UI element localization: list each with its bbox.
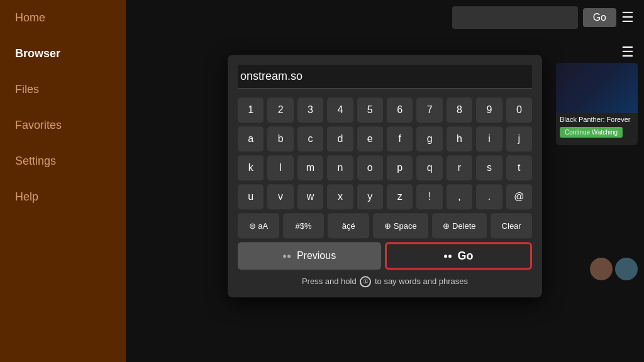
clear-button[interactable]: Clear xyxy=(491,213,532,238)
row-u-at: u v w x y z ! , . @ xyxy=(238,184,532,209)
previous-button[interactable]: Previous xyxy=(238,242,381,270)
sidebar-item-settings[interactable]: Settings xyxy=(0,143,126,179)
movie-card: Black Panther: Forever Continue Watching xyxy=(556,63,638,145)
key-comma[interactable]: , xyxy=(447,184,472,209)
special-row: ⊜ aA #$% äçé ⊕ Space ⊕ Delete Clear xyxy=(238,213,532,238)
key-delete[interactable]: ⊕ Delete xyxy=(432,213,487,238)
previous-icon xyxy=(283,255,291,258)
key-c[interactable]: c xyxy=(297,126,323,151)
key-p[interactable]: p xyxy=(387,155,413,180)
avatar-row xyxy=(590,258,638,280)
key-accents[interactable]: äçé xyxy=(328,213,369,238)
continue-watching-button[interactable]: Continue Watching xyxy=(560,127,623,138)
key-6[interactable]: 6 xyxy=(387,97,413,123)
number-row: 1 2 3 4 5 6 7 8 9 0 xyxy=(238,97,532,123)
key-8[interactable]: 8 xyxy=(447,97,472,123)
sidebar-item-favorites[interactable]: Favorites xyxy=(0,107,126,143)
key-n[interactable]: n xyxy=(327,155,353,180)
key-3[interactable]: 3 xyxy=(297,97,323,123)
key-symbols[interactable]: #$% xyxy=(283,213,325,238)
key-o[interactable]: o xyxy=(357,155,383,180)
top-bar: Go ☰ xyxy=(126,0,644,35)
avatar-1 xyxy=(590,258,613,280)
key-5[interactable]: 5 xyxy=(357,97,383,123)
go-icon xyxy=(444,255,452,258)
sidebar-item-help[interactable]: Help xyxy=(0,179,126,215)
key-i[interactable]: i xyxy=(476,126,502,151)
key-d[interactable]: d xyxy=(327,126,353,151)
key-h[interactable]: h xyxy=(447,126,472,151)
movie-title: Black Panther: Forever xyxy=(556,113,638,124)
key-space[interactable]: ⊕ Space xyxy=(373,213,428,238)
key-f[interactable]: f xyxy=(387,126,413,151)
search-bar xyxy=(452,6,578,29)
key-b[interactable]: b xyxy=(267,126,293,151)
key-l[interactable]: l xyxy=(267,155,293,180)
keyboard-overlay: 1 2 3 4 5 6 7 8 9 0 a b c d e f g h xyxy=(228,55,542,297)
keyboard-hint: Press and hold ① to say words and phrase… xyxy=(238,276,532,287)
key-m[interactable]: m xyxy=(297,155,323,180)
key-at[interactable]: @ xyxy=(506,184,532,209)
key-e[interactable]: e xyxy=(357,126,383,151)
key-u[interactable]: u xyxy=(238,184,264,209)
key-r[interactable]: r xyxy=(447,155,472,180)
topbar-go-button[interactable]: Go xyxy=(583,8,616,27)
movie-thumbnail xyxy=(556,63,638,113)
key-rows: 1 2 3 4 5 6 7 8 9 0 a b c d e f g h xyxy=(238,97,532,238)
key-w[interactable]: w xyxy=(297,184,323,209)
key-x[interactable]: x xyxy=(327,184,353,209)
row-k-t: k l m n o p q r s t xyxy=(238,155,532,180)
avatar-2 xyxy=(615,258,638,280)
menu-icon[interactable]: ☰ xyxy=(621,9,634,26)
url-input[interactable] xyxy=(238,65,532,89)
go-button[interactable]: Go xyxy=(385,242,532,270)
key-z[interactable]: z xyxy=(387,184,413,209)
row-a-j: a b c d e f g h i j xyxy=(238,126,532,151)
key-q[interactable]: q xyxy=(416,155,442,180)
key-2[interactable]: 2 xyxy=(267,97,293,123)
sidebar-item-browser[interactable]: Browser xyxy=(0,36,126,72)
key-period[interactable]: . xyxy=(476,184,502,209)
key-0[interactable]: 0 xyxy=(506,97,532,123)
sidebar: Home Browser Files Favorites Settings He… xyxy=(0,0,126,362)
bottom-action-row: Previous Go xyxy=(238,242,532,270)
key-g[interactable]: g xyxy=(416,126,442,151)
key-k[interactable]: k xyxy=(238,155,264,180)
key-7[interactable]: 7 xyxy=(416,97,442,123)
key-4[interactable]: 4 xyxy=(327,97,353,123)
key-v[interactable]: v xyxy=(267,184,293,209)
key-9[interactable]: 9 xyxy=(476,97,502,123)
sidebar-item-home[interactable]: Home xyxy=(0,0,126,36)
key-s[interactable]: s xyxy=(476,155,502,180)
key-lang[interactable]: ⊜ aA xyxy=(238,213,279,238)
key-y[interactable]: y xyxy=(357,184,383,209)
key-a[interactable]: a xyxy=(238,126,264,151)
key-t[interactable]: t xyxy=(506,155,532,180)
main-area: Go ☰ ☰ in HD on any device Press and hol… xyxy=(126,0,644,362)
hint-circle-icon: ① xyxy=(360,276,371,287)
sidebar-item-files[interactable]: Files xyxy=(0,72,126,107)
key-1[interactable]: 1 xyxy=(238,97,264,123)
key-j[interactable]: j xyxy=(506,126,532,151)
key-exclaim[interactable]: ! xyxy=(416,184,442,209)
